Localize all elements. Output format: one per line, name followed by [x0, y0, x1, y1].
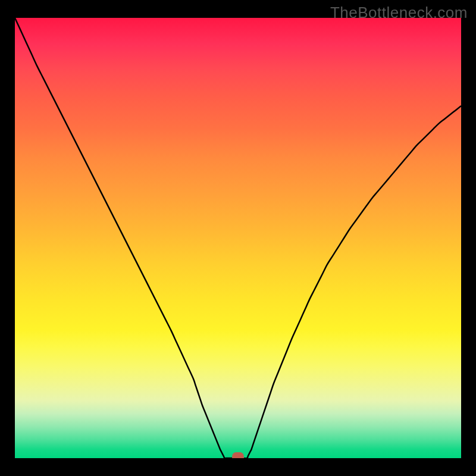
- bottleneck-curve: [15, 18, 461, 458]
- chart-area: [15, 18, 461, 458]
- watermark-text: TheBottleneck.com: [330, 4, 468, 22]
- chart-svg: [15, 18, 461, 458]
- optimal-point-marker: [233, 453, 243, 458]
